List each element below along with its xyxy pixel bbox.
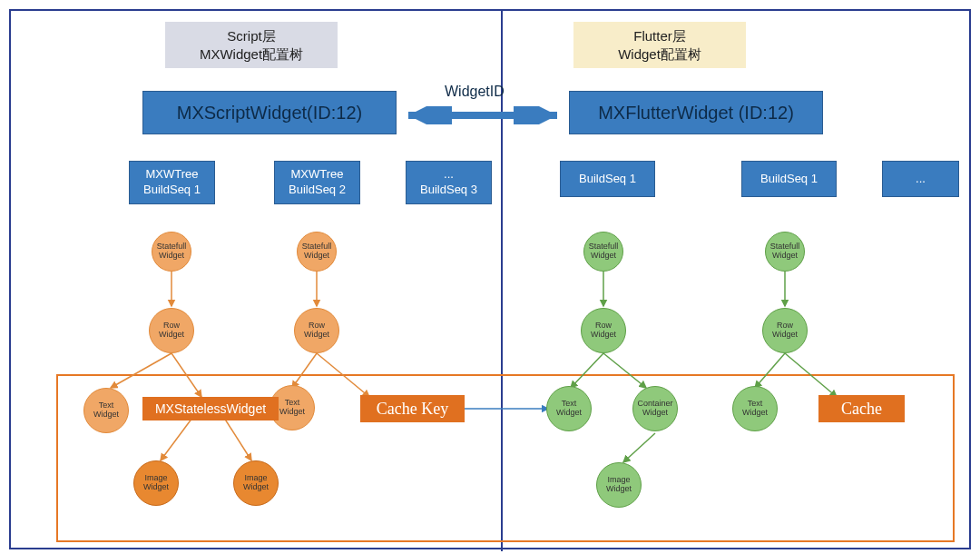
seq-right-3-label: ... — [916, 172, 926, 187]
mx-script-widget-label: MXScriptWidget(ID:12) — [177, 103, 363, 124]
cache-box: Cache — [818, 395, 905, 422]
seq-left-1: MXWTree BuildSeq 1 — [129, 161, 215, 204]
node-row-l2: RowWidget — [294, 308, 339, 353]
flutter-layer-header: Flutter层 Widget配置树 — [573, 22, 746, 68]
diagram-canvas: Script层 MXWidget配置树 Flutter层 Widget配置树 M… — [9, 9, 971, 549]
header-right-line1: Flutter层 — [586, 27, 733, 45]
header-left-line2: MXWidget配置树 — [178, 45, 325, 64]
seq-left-2: MXWTree BuildSeq 2 — [274, 161, 360, 204]
mx-script-widget-box: MXScriptWidget(ID:12) — [142, 91, 397, 134]
seq-right-1-label: BuildSeq 1 — [579, 172, 636, 187]
node-text-r1: TextWidget — [546, 386, 592, 431]
node-statefull-r2: StatefullWidget — [765, 232, 805, 272]
header-right-line2: Widget配置树 — [586, 45, 733, 64]
seq-right-3: ... — [882, 161, 959, 197]
node-text-r2: TextWidget — [732, 386, 778, 431]
node-statefull-l2: StatefullWidget — [297, 232, 337, 272]
widget-id-arrow — [401, 106, 564, 124]
node-image-l1b: ImageWidget — [233, 460, 279, 506]
seq-right-2-label: BuildSeq 1 — [760, 172, 818, 187]
node-image-r1: ImageWidget — [596, 462, 642, 508]
node-row-l1: RowWidget — [149, 308, 194, 353]
mx-stateless-widget-box: MXStatelessWidget — [142, 397, 279, 420]
seq-left-3-line2: BuildSeq 3 — [420, 183, 477, 198]
node-row-r1: RowWidget — [581, 308, 626, 353]
node-text-l1: TextWidget — [83, 388, 129, 433]
node-statefull-l1: StatefullWidget — [152, 232, 191, 272]
seq-left-3-line1: ... — [444, 167, 454, 183]
node-image-l1a: ImageWidget — [133, 460, 179, 506]
seq-left-2-line1: MXWTree — [290, 167, 343, 183]
cache-key-label: Cache Key — [377, 400, 448, 419]
node-container-r1: ContainerWidget — [632, 386, 678, 431]
seq-left-1-line1: MXWTree — [145, 167, 198, 183]
cache-key-box: Cache Key — [360, 395, 465, 422]
seq-right-2: BuildSeq 1 — [741, 161, 837, 197]
seq-left-2-line2: BuildSeq 2 — [289, 183, 346, 198]
header-left-line1: Script层 — [178, 27, 325, 45]
mx-flutter-widget-label: MXFlutterWidget (ID:12) — [598, 103, 794, 124]
widget-id-label: WidgetID — [445, 84, 505, 100]
cache-label: Cache — [841, 400, 882, 419]
mx-flutter-widget-box: MXFlutterWidget (ID:12) — [569, 91, 823, 134]
seq-left-1-line2: BuildSeq 1 — [143, 183, 201, 198]
script-layer-header: Script层 MXWidget配置树 — [165, 22, 338, 68]
mx-stateless-label: MXStatelessWidget — [155, 401, 266, 416]
seq-right-1: BuildSeq 1 — [560, 161, 655, 197]
node-row-r2: RowWidget — [762, 308, 808, 353]
node-statefull-r1: StatefullWidget — [583, 232, 623, 272]
seq-left-3: ... BuildSeq 3 — [406, 161, 492, 204]
